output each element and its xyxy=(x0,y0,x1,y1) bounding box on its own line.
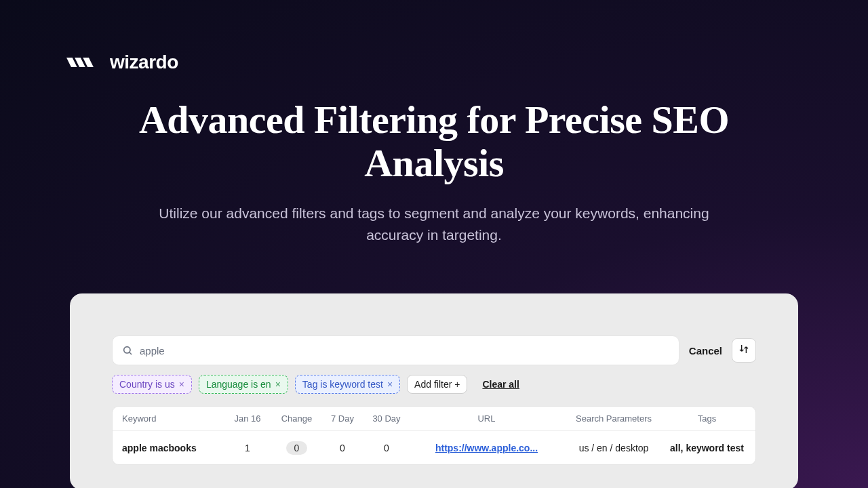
th-7day: 7 Day xyxy=(322,413,363,424)
clear-all-button[interactable]: Clear all xyxy=(482,379,519,390)
th-url: URL xyxy=(410,413,563,424)
url-link[interactable]: https://www.apple.co... xyxy=(435,443,538,453)
table-header: Keyword Jan 16 Change 7 Day 30 Day URL S… xyxy=(113,407,755,431)
chip-label: Tag is keyword test xyxy=(302,379,383,390)
svg-line-1 xyxy=(130,352,132,354)
th-tags: Tags xyxy=(665,413,749,424)
filter-row: Country is us × Language is en × Tag is … xyxy=(112,375,756,394)
cell-7day: 0 xyxy=(322,443,363,453)
brand-logo: wizardo xyxy=(66,52,178,73)
chip-label: Language is en xyxy=(206,379,271,390)
keyword-table: Keyword Jan 16 Change 7 Day 30 Day URL S… xyxy=(112,406,756,465)
hero-subtitle: Utilize our advanced filters and tags to… xyxy=(129,203,739,247)
cell-change: 0 xyxy=(271,441,322,455)
search-box[interactable] xyxy=(112,336,679,365)
cell-date: 1 xyxy=(224,443,271,453)
th-keyword: Keyword xyxy=(122,413,224,424)
search-input[interactable] xyxy=(140,345,669,357)
table-row: apple macbooks 1 0 0 0 https://www.apple… xyxy=(113,431,755,464)
change-badge: 0 xyxy=(286,441,308,455)
cell-actions xyxy=(749,441,756,455)
th-change: Change xyxy=(271,413,322,424)
close-icon[interactable]: × xyxy=(275,379,281,390)
app-panel: Cancel Country is us × Language is en × … xyxy=(70,293,798,488)
th-30day: 30 Day xyxy=(363,413,410,424)
th-params: Search Parameters xyxy=(563,413,665,424)
cell-url: https://www.apple.co... xyxy=(410,443,563,453)
cell-30day: 0 xyxy=(363,443,410,453)
hero-title: Advanced Filtering for Precise SEO Analy… xyxy=(129,98,739,185)
logo-icon xyxy=(66,53,102,72)
filter-chip-language[interactable]: Language is en × xyxy=(199,375,288,394)
cell-params: us / en / desktop xyxy=(563,443,665,453)
search-row: Cancel xyxy=(112,336,756,365)
close-icon[interactable]: × xyxy=(387,379,393,390)
th-date: Jan 16 xyxy=(224,413,271,424)
brand-name: wizardo xyxy=(110,52,178,73)
filter-chip-tag[interactable]: Tag is keyword test × xyxy=(295,375,400,394)
sort-icon xyxy=(738,344,749,357)
hero: Advanced Filtering for Precise SEO Analy… xyxy=(129,98,739,247)
search-icon xyxy=(122,345,133,356)
close-icon[interactable]: × xyxy=(179,379,184,390)
sort-button[interactable] xyxy=(732,338,756,363)
th-actions: Actions xyxy=(749,413,756,424)
chip-label: Country is us xyxy=(119,379,175,390)
cancel-button[interactable]: Cancel xyxy=(686,345,725,357)
cell-keyword: apple macbooks xyxy=(122,443,224,453)
cell-tags: all, keyword test xyxy=(665,443,749,453)
filter-chip-country[interactable]: Country is us × xyxy=(112,375,192,394)
add-filter-button[interactable]: Add filter + xyxy=(407,375,467,394)
svg-point-0 xyxy=(124,347,130,353)
